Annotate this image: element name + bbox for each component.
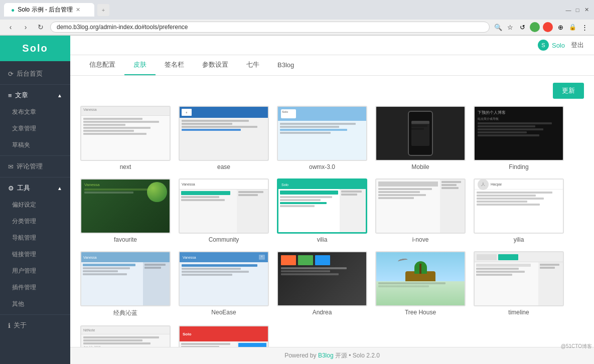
tab-sign-label: 签名栏 <box>165 61 184 68</box>
theme-ease[interactable]: ≡ ease <box>179 106 269 170</box>
theme-metrohot-thumbnail: Solo <box>179 325 269 347</box>
close-button[interactable]: ✕ <box>583 7 590 14</box>
extension-icon[interactable]: ⊕ <box>556 23 565 32</box>
footer-link[interactable]: B3log <box>318 352 334 359</box>
theme-yilia-thumbnail: 人 Hacpai <box>474 178 564 234</box>
tab-favicon: ● <box>11 7 15 14</box>
menu-icon[interactable]: ⋮ <box>580 23 589 32</box>
theme-owmx[interactable]: Solo owmx-3.0 <box>277 106 367 170</box>
theme-next-thumbnail: Vanessa <box>80 106 171 161</box>
sidebar-item-other[interactable]: 其他 <box>0 296 70 312</box>
user-dot-icon: S <box>538 40 549 51</box>
tab-qiniu-label: 七牛 <box>246 61 259 68</box>
tab-b3log[interactable]: B3log <box>268 56 303 75</box>
reload-button[interactable]: ↻ <box>35 22 46 33</box>
tab-skin[interactable]: 皮肤 <box>124 55 156 75</box>
theme-owmx-label: owmx-3.0 <box>309 163 335 170</box>
theme-favourite-thumbnail: Vanessa <box>80 178 171 234</box>
theme-andrea[interactable]: Andrea <box>277 251 367 317</box>
header-user: S Solo <box>538 40 565 51</box>
theme-neoease-label: NeoEase <box>211 309 236 316</box>
sidebar-item-publish[interactable]: 发布文章 <box>0 104 70 120</box>
tab-sign[interactable]: 签名栏 <box>156 55 193 75</box>
theme-yilia[interactable]: 人 Hacpai yilia <box>474 178 564 243</box>
sidebar-item-comment[interactable]: ✉ 评论管理 <box>0 158 70 175</box>
header-login-button[interactable]: 登出 <box>571 41 584 50</box>
sidebar-item-article-section[interactable]: ≡ 文章 ▲ <box>0 87 70 104</box>
theme-ease-thumbnail: ≡ <box>179 106 269 161</box>
back-button[interactable]: ‹ <box>5 22 16 33</box>
forward-button[interactable]: › <box>20 22 31 33</box>
theme-bruce-thumbnail: NitNote Jun 13, 2016 <box>80 325 171 347</box>
category-label: 分类管理 <box>12 217 36 226</box>
sidebar: Solo ⟳ 后台首页 ≡ 文章 ▲ 发布文章 文章管理 草稿夹 <box>0 36 70 364</box>
search-icon[interactable]: 🔍 <box>494 23 503 32</box>
minimize-button[interactable]: — <box>565 7 572 14</box>
theme-bruce[interactable]: NitNote Jun 13, 2016 Bruce <box>80 325 171 347</box>
theme-timeline[interactable]: timeline <box>474 251 564 317</box>
content-area: 更新 Vanessa <box>70 76 594 347</box>
theme-community[interactable]: Vanessa <box>179 178 269 243</box>
browser-tab[interactable]: ● Solo 示例 - 后台管理 ✕ <box>4 3 94 17</box>
sidebar-item-about[interactable]: ℹ 关于 <box>0 317 70 334</box>
tab-qiniu[interactable]: 七牛 <box>237 55 268 75</box>
app: Solo ⟳ 后台首页 ≡ 文章 ▲ 发布文章 文章管理 草稿夹 <box>0 36 594 364</box>
tab-params-label: 参数设置 <box>202 61 228 68</box>
tab-close-icon[interactable]: ✕ <box>76 7 80 13</box>
update-button-top[interactable]: 更新 <box>553 83 584 99</box>
sidebar-item-preference[interactable]: 偏好设定 <box>0 197 70 213</box>
sidebar-item-plugin[interactable]: 插件管理 <box>0 279 70 296</box>
theme-inove[interactable]: i-nove <box>375 178 466 243</box>
theme-treehouse[interactable]: Tree House <box>375 251 466 317</box>
theme-vilia-label: vilia <box>317 236 328 243</box>
footer: Powered by B3log 开源 • Solo 2.2.0 <box>70 347 594 364</box>
sidebar-item-link[interactable]: 链接管理 <box>0 246 70 263</box>
theme-favourite-label: favourite <box>114 236 137 243</box>
theme-metrohot[interactable]: Solo <box>179 325 269 347</box>
tab-info[interactable]: 信息配置 <box>80 55 124 75</box>
browser-titlebar: ● Solo 示例 - 后台管理 ✕ + — □ ✕ <box>0 0 594 20</box>
publish-label: 发布文章 <box>12 108 36 116</box>
theme-next[interactable]: Vanessa next <box>80 106 171 170</box>
new-tab-button[interactable]: + <box>97 4 109 16</box>
profile-icon[interactable] <box>543 22 553 32</box>
theme-mobile-label: Mobile <box>411 163 429 170</box>
tools-icon: ⚙ <box>8 185 14 192</box>
theme-andrea-label: Andrea <box>313 309 332 316</box>
sidebar-item-tools-section[interactable]: ⚙ 工具 ▲ <box>0 179 70 197</box>
theme-ease-label: ease <box>217 163 230 170</box>
sidebar-item-nav[interactable]: 导航管理 <box>0 230 70 246</box>
maximize-button[interactable]: □ <box>574 7 581 14</box>
theme-owmx-thumbnail: Solo <box>277 106 367 161</box>
theme-vilia[interactable]: Solo <box>277 178 367 243</box>
theme-inove-thumbnail <box>375 178 466 234</box>
sidebar-item-category[interactable]: 分类管理 <box>0 213 70 230</box>
sidebar-item-dashboard[interactable]: ⟳ 后台首页 <box>0 65 70 82</box>
theme-treehouse-thumbnail <box>375 251 466 306</box>
theme-finding[interactable]: 下预的个人博客 站点简介或导航 Finding <box>474 106 564 170</box>
sidebar-item-user[interactable]: 用户管理 <box>0 263 70 279</box>
theme-neoease[interactable]: Vanessa ≡ NeoEase <box>179 251 269 317</box>
user-circle-icon[interactable] <box>530 22 540 32</box>
url-bar[interactable]: demo.b3log.org/admin-index.do#tools/pref… <box>50 22 490 33</box>
theme-favourite[interactable]: Vanessa favourite <box>80 178 171 243</box>
bookmark-icon[interactable]: ☆ <box>506 23 515 32</box>
theme-community-thumbnail: Vanessa <box>179 178 269 234</box>
lock-icon[interactable]: 🔒 <box>568 23 577 32</box>
tab-title: Solo 示例 - 后台管理 <box>18 6 73 14</box>
about-icon: ℹ <box>8 322 11 329</box>
sidebar-item-draft[interactable]: 草稿夹 <box>0 137 70 153</box>
refresh-icon[interactable]: ↺ <box>518 23 527 32</box>
theme-classic-label: 经典沁蓝 <box>113 309 137 317</box>
link-label: 链接管理 <box>12 250 36 259</box>
theme-mobile[interactable]: Mobile <box>375 106 466 170</box>
theme-andrea-thumbnail <box>277 251 367 306</box>
sidebar-item-manage[interactable]: 文章管理 <box>0 120 70 137</box>
theme-classic[interactable]: Vanessa <box>80 251 171 317</box>
themes-grid: Vanessa next <box>80 106 584 347</box>
article-arrow-icon: ▲ <box>57 93 62 98</box>
theme-finding-label: Finding <box>509 163 528 170</box>
nav-label: 导航管理 <box>12 234 36 242</box>
tab-b3log-label: B3log <box>277 61 294 69</box>
tab-params[interactable]: 参数设置 <box>193 55 237 75</box>
